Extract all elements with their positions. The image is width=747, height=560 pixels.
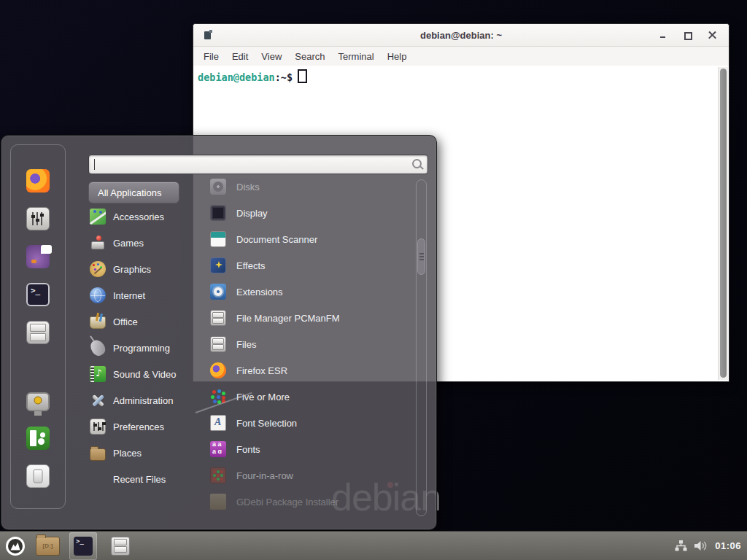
category-programming[interactable]: Programming — [90, 335, 214, 361]
terminal-menu-item[interactable]: Edit — [225, 51, 255, 62]
app-item-firefox-esr[interactable]: Firefox ESR — [210, 357, 411, 384]
terminal-cursor — [298, 69, 307, 83]
maximize-icon[interactable] — [684, 31, 692, 39]
search-input[interactable] — [88, 155, 428, 174]
menu-button[interactable] — [5, 536, 26, 556]
app-label: Fonts — [236, 444, 260, 455]
favorite-file-manager-icon — [26, 321, 50, 344]
terminal-menu-item[interactable]: Terminal — [332, 51, 381, 62]
terminal-menubar: File Edit View Search Terminal Help — [193, 47, 729, 66]
terminal-scrollbar[interactable] — [718, 67, 728, 380]
app-label: Effects — [236, 260, 266, 271]
app-icon — [210, 257, 226, 273]
app-label: Files — [236, 339, 256, 350]
category-administration[interactable]: Administration — [90, 387, 214, 413]
folder-launcher[interactable]: [D:] — [36, 537, 60, 556]
text-caret — [94, 159, 95, 170]
app-label: Display — [236, 208, 268, 219]
category-places[interactable]: Places — [90, 440, 214, 466]
category-label: Games — [113, 238, 144, 249]
category-internet[interactable]: Internet — [90, 282, 214, 308]
favorite-item[interactable] — [11, 238, 65, 276]
favorite-item[interactable] — [11, 457, 65, 495]
category-accessories[interactable]: Accessories — [90, 203, 214, 230]
app-item-file-manager-pcmanfm[interactable]: File Manager PCManFM — [210, 305, 411, 331]
category-icon — [90, 366, 106, 382]
category-icon — [90, 235, 106, 251]
category-label: Sound & Video — [113, 369, 177, 380]
app-icon — [210, 415, 226, 431]
app-label: GDebi Package Installer — [236, 497, 338, 508]
file-cabinet-icon — [111, 537, 130, 556]
terminal-menu-item[interactable]: File — [197, 51, 225, 62]
favorite-item[interactable] — [11, 419, 65, 457]
category-label: Programming — [113, 343, 170, 354]
category-recent-files[interactable]: Recent Files — [90, 466, 214, 492]
terminal-menu-item[interactable]: Help — [381, 51, 414, 62]
app-icon — [210, 336, 226, 352]
category-preferences[interactable]: Preferences — [90, 413, 214, 440]
terminal-window-button[interactable] — [69, 532, 97, 560]
category-icon — [90, 209, 106, 225]
search-bar — [88, 155, 428, 174]
category-icon — [88, 338, 107, 358]
app-item-display[interactable]: Display — [210, 200, 411, 226]
favorite-logout-icon — [26, 427, 50, 450]
category-games[interactable]: Games — [90, 230, 214, 256]
category-graphics[interactable]: Graphics — [90, 256, 214, 282]
terminal-scrollbar-thumb[interactable] — [720, 69, 727, 378]
terminal-title: debian@debian: ~ — [193, 30, 729, 41]
category-office[interactable]: Office — [90, 308, 214, 335]
app-item-extensions[interactable]: Extensions — [210, 279, 411, 305]
menu-button-icon — [5, 536, 26, 556]
app-label: File Manager PCManFM — [236, 313, 340, 324]
app-icon — [210, 441, 226, 457]
favorite-lock-screen-icon — [26, 392, 50, 411]
favorite-item[interactable] — [11, 314, 65, 351]
app-icon — [210, 494, 226, 510]
app-item-disks[interactable]: Disks — [210, 174, 411, 200]
category-label: Graphics — [113, 264, 151, 275]
app-item-effects[interactable]: Effects — [210, 252, 411, 279]
app-label: Five or More — [236, 392, 290, 402]
favorite-item[interactable] — [11, 200, 65, 238]
terminal-menu-item[interactable]: View — [255, 51, 288, 62]
favorite-item[interactable] — [11, 162, 65, 200]
clock[interactable]: 01:06 — [715, 540, 741, 551]
app-item-font-selection[interactable]: Font Selection — [210, 410, 411, 436]
terminal-icon — [74, 537, 93, 556]
category-icon — [90, 392, 106, 408]
network-icon[interactable] — [675, 540, 687, 551]
app-item-fonts[interactable]: Fonts — [210, 436, 411, 462]
app-icon — [210, 284, 226, 300]
category-label: Internet — [113, 290, 145, 301]
terminal-prompt: debian@debian:~$ — [193, 66, 729, 83]
favorite-pidgin-icon — [26, 245, 50, 268]
application-list-scrollbar-thumb[interactable] — [417, 238, 425, 275]
category-label: Places — [113, 448, 142, 459]
file-manager-window-button[interactable] — [107, 532, 134, 560]
terminal-menu-item[interactable]: Search — [288, 51, 331, 62]
prompt-user-host: debian@debian — [198, 71, 275, 83]
category-all-applications[interactable]: All Applications — [88, 182, 179, 203]
app-item-document-scanner[interactable]: Document Scanner — [210, 226, 411, 252]
favorite-item[interactable] — [11, 381, 65, 419]
system-tray: 01:06 — [675, 540, 747, 551]
category-icon — [90, 316, 106, 329]
application-menu: All Applications Accessories Games Graph… — [1, 135, 437, 530]
category-label: Office — [113, 316, 138, 327]
terminal-titlebar[interactable]: debian@debian: ~ — [193, 24, 729, 47]
app-item-gdebi-package-installer[interactable]: GDebi Package Installer — [210, 489, 411, 515]
application-list-scrollbar[interactable] — [416, 179, 427, 516]
category-sound-video[interactable]: Sound & Video — [90, 361, 214, 387]
folder-marking: [D:] — [43, 542, 53, 549]
selected-category-label: All Applications — [98, 187, 161, 198]
volume-icon[interactable] — [694, 540, 708, 551]
close-icon[interactable] — [708, 31, 716, 39]
app-item-files[interactable]: Files — [210, 331, 411, 357]
application-list: Disks Display Document Scanner Effects E… — [210, 174, 411, 515]
app-icon — [210, 362, 226, 378]
favorite-item[interactable] — [11, 276, 65, 314]
minimize-icon[interactable] — [659, 31, 667, 39]
app-item-four-in-a-row[interactable]: Four-in-a-row — [210, 462, 411, 489]
